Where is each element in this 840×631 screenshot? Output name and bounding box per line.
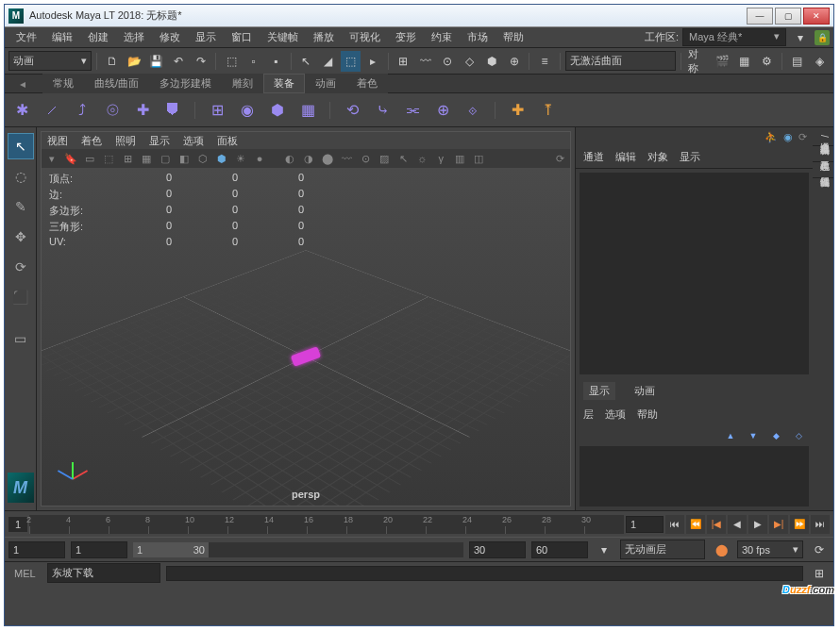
layers-icon[interactable]: ◈ — [809, 51, 829, 72]
snap-live-icon[interactable]: ⬢ — [481, 51, 501, 72]
menu-playback[interactable]: 播放 — [306, 30, 342, 44]
menu-file[interactable]: 文件 — [8, 30, 44, 44]
anim-end-field[interactable]: 60 — [531, 541, 588, 558]
construction-history-icon[interactable]: ≡ — [534, 51, 554, 72]
constraint1-icon[interactable]: ⟲ — [341, 99, 363, 122]
command-input[interactable]: 东坡下载 — [47, 563, 160, 583]
menu-window[interactable]: 窗口 — [224, 30, 260, 44]
constraint4-icon[interactable]: ⊕ — [431, 99, 454, 122]
vp-maximize-icon[interactable]: ⟳ — [553, 152, 566, 165]
wrap-icon[interactable]: ▦ — [296, 99, 319, 122]
menu-select[interactable]: 选择 — [116, 30, 152, 44]
channel-tab-edit[interactable]: 编辑 — [615, 150, 636, 164]
vp-menu-show[interactable]: 显示 — [149, 134, 170, 148]
shelf-tab-anim[interactable]: 动画 — [305, 74, 346, 93]
shelf-tab-general[interactable]: 常规 — [42, 74, 84, 93]
select-tool[interactable]: ↖ — [8, 133, 34, 159]
channel-tab-object[interactable]: 对象 — [647, 150, 668, 164]
vp-image-plane-icon[interactable]: ▭ — [83, 152, 96, 165]
autokey-icon[interactable]: ⬤ — [711, 540, 731, 560]
layer-new-selected-icon[interactable]: ◇ — [792, 429, 805, 442]
lock-icon[interactable]: 🔒 — [815, 30, 830, 45]
range-start-field[interactable]: 1 — [71, 541, 127, 558]
menu-constrain[interactable]: 约束 — [424, 30, 460, 44]
lattice-icon[interactable]: ⊞ — [206, 99, 228, 122]
time-current-field[interactable]: 1 — [626, 516, 664, 533]
vp-menu-panels[interactable]: 面板 — [217, 134, 238, 148]
selmask4-icon[interactable]: ▸ — [362, 51, 382, 72]
menu-display[interactable]: 显示 — [188, 30, 224, 44]
vp-ao-icon[interactable]: ⬤ — [321, 152, 334, 165]
layer-menu-options[interactable]: 选项 — [605, 407, 626, 422]
new-scene-icon[interactable]: 🗋 — [102, 51, 122, 72]
vp-view-transform-icon[interactable]: ▥ — [453, 152, 466, 165]
minimize-button[interactable]: — — [747, 8, 773, 25]
rotate-tool[interactable]: ⟳ — [8, 254, 34, 280]
snap-curve-icon[interactable]: 〰 — [415, 51, 435, 72]
control-icon[interactable]: ⤒ — [536, 99, 559, 122]
time-track[interactable]: 2 4 6 8 10 12 14 16 18 20 22 24 26 28 30 — [29, 515, 624, 534]
layer-new-empty-icon[interactable]: ◆ — [769, 429, 782, 442]
snap-plane-icon[interactable]: ◇ — [460, 51, 479, 72]
vp-gate-mask-icon[interactable]: ◧ — [177, 152, 191, 165]
layer-menu-layers[interactable]: 层 — [583, 407, 594, 422]
scale-tool[interactable]: ⬛ — [8, 284, 34, 310]
selmask2-icon[interactable]: ◢ — [318, 51, 338, 72]
layer-tab-display[interactable]: 显示 — [583, 382, 615, 400]
save-scene-icon[interactable]: 💾 — [146, 51, 166, 72]
vp-textured-icon[interactable]: ▨ — [378, 152, 391, 165]
constraint5-icon[interactable]: ⟐ — [462, 99, 484, 122]
menu-market[interactable]: 市场 — [460, 30, 496, 44]
lasso-tool[interactable]: ◌ — [8, 163, 34, 190]
step-fwd-key-icon[interactable]: ⏩ — [790, 515, 809, 534]
vp-panel-icon[interactable]: ◫ — [472, 152, 485, 165]
vp-shadows-icon[interactable]: ● — [253, 152, 266, 165]
selmask3-icon[interactable]: ⬚ — [341, 51, 361, 72]
menu-create[interactable]: 创建 — [80, 30, 116, 44]
shelf-tab-sculpt[interactable]: 雕刻 — [222, 74, 263, 93]
vp-resolution-icon[interactable]: ▢ — [159, 152, 172, 165]
snap-point-icon[interactable]: ⊙ — [438, 51, 458, 72]
loop-icon[interactable]: ⟳ — [809, 540, 830, 560]
blendshape-icon[interactable]: ⬢ — [266, 99, 289, 122]
module-selector[interactable]: 动画▾ — [8, 51, 92, 71]
vp-exposure-icon[interactable]: ☼ — [415, 152, 428, 165]
menu-modify[interactable]: 修改 — [152, 30, 188, 44]
workspace-selector[interactable]: Maya 经典*▾ — [682, 28, 786, 46]
anim-layer-selector[interactable]: 无动画层 — [620, 540, 705, 559]
layer-list[interactable] — [580, 446, 809, 506]
side-tab-channelbox[interactable]: 通道盒/层编辑器 — [813, 127, 833, 146]
viewport[interactable]: 顶点:000 边:000 多边形:000 三角形:000 UV:000 pers… — [42, 168, 570, 506]
menu-edit[interactable]: 编辑 — [44, 30, 80, 44]
ik-spline-icon[interactable]: ⤴ — [71, 99, 93, 122]
script-editor-icon[interactable]: ⊞ — [809, 563, 830, 584]
layer-down-icon[interactable]: ▼ — [747, 429, 760, 442]
shelf-menu-icon[interactable]: ◂ — [12, 74, 33, 94]
last-tool[interactable]: ▭ — [8, 325, 34, 352]
render-icon[interactable]: 🎬 — [713, 51, 732, 72]
menu-keyframe[interactable]: 关键帧 — [260, 30, 306, 44]
play-back-icon[interactable]: ◀ — [728, 515, 747, 534]
vp-menu-shading[interactable]: 着色 — [81, 134, 102, 148]
vp-shaded-icon[interactable]: ⬢ — [215, 152, 228, 165]
vp-2d-icon[interactable]: ⬚ — [102, 152, 115, 165]
vp-select-cam-icon[interactable]: ▾ — [45, 152, 59, 165]
selmask1-icon[interactable]: ↖ — [296, 51, 316, 72]
vp-wireframe-icon[interactable]: ⬡ — [196, 152, 210, 165]
skeleton-icon[interactable]: ⛊ — [161, 99, 184, 122]
vp-motion-blur-icon[interactable]: 〰 — [340, 152, 353, 165]
anim-start-field[interactable]: 1 — [8, 541, 65, 558]
side-tab-modeling[interactable]: 建模工具包 — [813, 146, 833, 162]
cluster-icon[interactable]: ◉ — [236, 99, 259, 122]
vp-menu-options[interactable]: 选项 — [183, 134, 204, 148]
range-track[interactable]: 130 — [133, 542, 463, 557]
constraint3-icon[interactable]: ⫘ — [401, 99, 424, 122]
menu-visualize[interactable]: 可视化 — [342, 30, 388, 44]
locator-icon[interactable]: ✚ — [506, 99, 529, 122]
vp-bookmark-icon[interactable]: 🔖 — [64, 152, 77, 165]
time-slider[interactable]: 1 2 4 6 8 10 12 14 16 18 20 22 24 26 28 … — [5, 510, 833, 537]
paint-select-tool[interactable]: ✎ — [8, 193, 34, 220]
close-button[interactable]: ✕ — [803, 8, 830, 25]
range-handle[interactable]: 130 — [133, 542, 209, 557]
channel-box-body[interactable] — [580, 173, 809, 374]
